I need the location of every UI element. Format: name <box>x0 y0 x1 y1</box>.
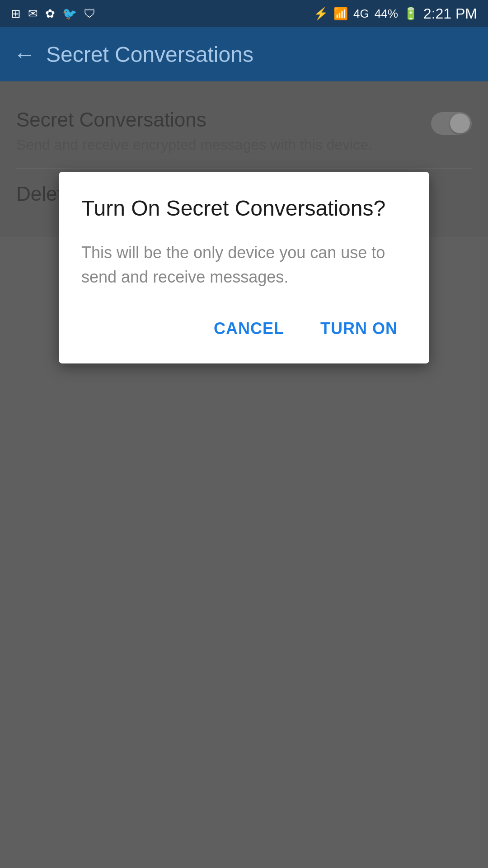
dialog-buttons: CANCEL TURN ON <box>81 312 407 345</box>
battery-level: 44% <box>375 7 398 21</box>
twitter-icon: 🐦 <box>62 7 77 21</box>
signal-icon: 4G <box>353 7 369 21</box>
pinwheel-icon: ✿ <box>45 7 55 21</box>
bluetooth-icon: ⚡ <box>314 7 328 21</box>
status-icons: ⊞ ✉ ✿ 🐦 🛡 <box>11 7 96 21</box>
dialog-body: This will be the only device you can use… <box>81 241 407 289</box>
status-time: 2:21 PM <box>423 5 477 22</box>
status-right: ⚡ 📶 4G 44% 🔋 2:21 PM <box>314 5 477 22</box>
app-bar: ← Secret Conversations <box>0 27 488 81</box>
gallery-icon: ⊞ <box>11 7 21 21</box>
cancel-button[interactable]: CANCEL <box>205 312 293 345</box>
turn-on-button[interactable]: TURN ON <box>311 312 407 345</box>
wifi-icon: 📶 <box>333 7 348 21</box>
dialog-overlay: Turn On Secret Conversations? This will … <box>0 81 488 868</box>
battery-icon: 🔋 <box>404 7 418 21</box>
dialog-title: Turn On Secret Conversations? <box>81 194 407 222</box>
shield-icon: 🛡 <box>84 7 96 21</box>
status-bar: ⊞ ✉ ✿ 🐦 🛡 ⚡ 📶 4G 44% 🔋 2:21 PM <box>0 0 488 27</box>
turn-on-dialog: Turn On Secret Conversations? This will … <box>59 172 429 363</box>
gmail-icon: ✉ <box>28 7 38 21</box>
app-bar-title: Secret Conversations <box>46 42 253 67</box>
back-button[interactable]: ← <box>14 42 35 67</box>
